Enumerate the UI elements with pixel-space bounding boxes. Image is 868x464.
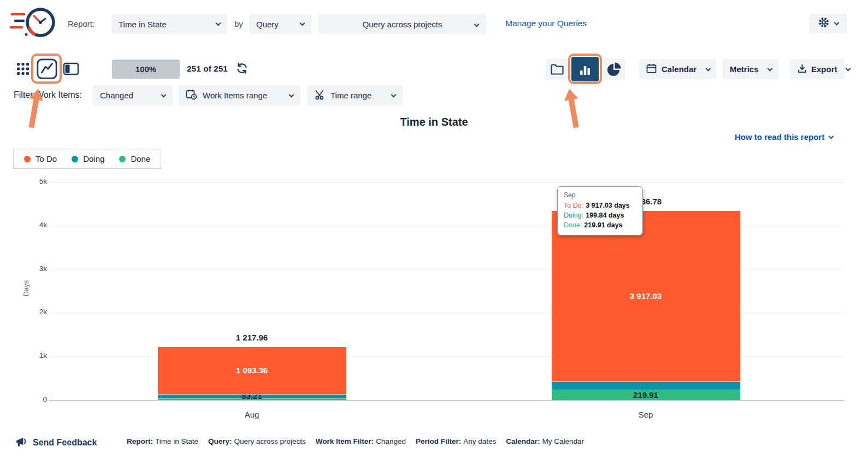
y-axis-tick: 3k [22,265,47,273]
tooltip-series-label: Done: [564,221,582,229]
bar-segment-value-label: 219.91 [591,390,700,400]
gridline [49,400,844,401]
tooltip-series-value: 3 917.03 days [586,202,630,209]
bar-total-label: 1 217.96 [197,333,306,342]
y-axis-tick: 5k [22,177,47,185]
y-axis-tick: 4k [22,221,47,229]
tooltip-row-to-do: To Do:3 917.03 days [564,201,636,210]
x-axis-tick: Sep [591,410,700,419]
tooltip-title: Sep [564,191,636,199]
tooltip-series-label: Doing: [564,212,583,219]
chart-plot-area: 01k2k3k4k5k83.211 093.361 217.96Aug219.9… [0,0,868,464]
bar-segment-value-label: 1 093.36 [197,366,306,375]
bar-segment-sep-doing[interactable] [552,382,740,391]
tooltip-row-doing: Doing:199.84 days [564,210,636,220]
y-axis-tick: 0 [22,395,47,403]
tooltip-series-label: To Do: [564,202,583,209]
gridline [49,182,844,183]
tooltip-row-done: Done:219.91 days [564,220,636,230]
tooltip-series-value: 199.84 days [586,212,624,219]
x-axis-tick: Aug [197,410,306,419]
tooltip-series-value: 219.91 days [584,221,622,229]
chart-tooltip: Sep To Do:3 917.03 days Doing:199.84 day… [557,186,643,236]
y-axis-tick: 2k [22,308,47,316]
bar-segment-value-label: 3 917.03 [591,291,700,301]
y-axis-tick: 1k [22,351,47,360]
